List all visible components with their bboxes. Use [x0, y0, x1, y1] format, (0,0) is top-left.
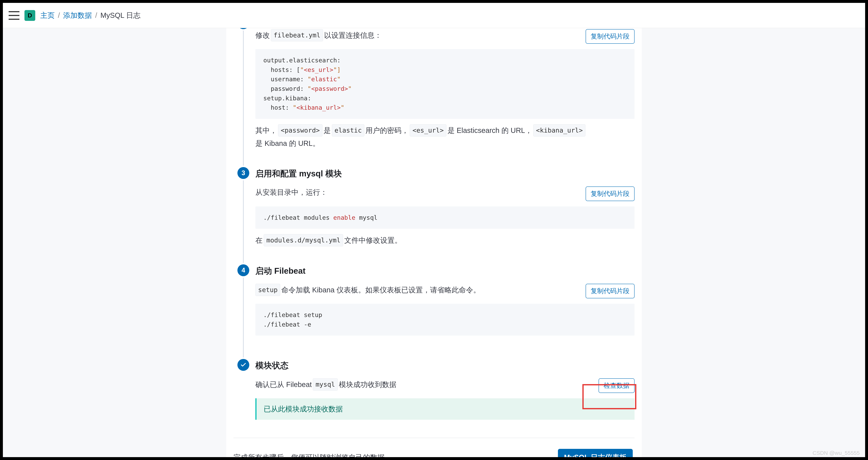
watermark: CSDN @wu_55555	[813, 450, 860, 456]
step4-title: 启动 Filebeat	[255, 266, 634, 277]
code-block-config: output.elasticsearch: hosts: ["<es_url>"…	[255, 49, 634, 119]
success-banner: 已从此模块成功接收数据	[255, 398, 634, 420]
step2-intro: 修改 filebeat.yml 以设置连接信息：	[255, 29, 382, 41]
copy-snippet-button[interactable]: 复制代码片段	[586, 29, 634, 44]
breadcrumb-separator: /	[58, 11, 60, 20]
inline-code: <password>	[278, 124, 322, 136]
main-area: 2 修改 filebeat.yml 以设置连接信息： 复制代码片段	[3, 28, 865, 457]
menu-icon[interactable]	[9, 11, 20, 20]
step-number-badge: 2	[238, 28, 249, 29]
app-header: D 主页 / 添加数据 / MySQL 日志	[3, 3, 865, 28]
breadcrumb-separator: /	[95, 11, 97, 20]
step-2: 2 修改 filebeat.yml 以设置连接信息： 复制代码片段	[237, 28, 634, 167]
footer-row: 完成所有步骤后，您便可以随时浏览自己的数据。 MySQL 日志仪表板	[234, 449, 634, 457]
inline-code: <kibana_url>	[533, 124, 585, 136]
dashboard-button[interactable]: MySQL 日志仪表板	[558, 449, 633, 457]
check-data-button[interactable]: 检查数据	[598, 378, 634, 393]
copy-snippet-button[interactable]: 复制代码片段	[586, 186, 634, 201]
step-module-status: 模块状态 确认已从 Filebeat mysql 模块成功收到数据 检查数据	[237, 359, 634, 423]
step3-title: 启用和配置 mysql 模块	[255, 168, 634, 179]
status-title: 模块状态	[255, 360, 634, 371]
step2-explain: 其中， <password> 是 elastic 用户的密码， <es_url>…	[255, 124, 634, 149]
inline-code: filebeat.yml	[271, 29, 323, 41]
inline-code: <es_url>	[410, 124, 446, 136]
content-card: 2 修改 filebeat.yml 以设置连接信息： 复制代码片段	[226, 28, 642, 457]
step4-intro: setup 命令加载 Kibana 仪表板。如果仪表板已设置，请省略此命令。	[255, 284, 480, 296]
status-intro: 确认已从 Filebeat mysql 模块成功收到数据	[255, 378, 396, 391]
inline-code: setup	[255, 284, 280, 296]
breadcrumb-home[interactable]: 主页	[40, 10, 55, 20]
step-number-badge: 3	[238, 167, 249, 179]
inline-code: modules.d/mysql.yml	[264, 234, 343, 246]
breadcrumb: 主页 / 添加数据 / MySQL 日志	[40, 10, 141, 20]
inline-code: mysql	[313, 378, 338, 391]
breadcrumb-add-data[interactable]: 添加数据	[63, 10, 92, 20]
inline-code: elastic	[332, 124, 365, 136]
divider	[234, 438, 634, 438]
code-block-enable: ./filebeat modules enable mysql	[255, 207, 634, 229]
app-badge[interactable]: D	[25, 10, 35, 21]
step-number-badge: 4	[238, 264, 249, 276]
step-3: 3 启用和配置 mysql 模块 从安装目录中，运行： 复制代码片段 ./fil…	[237, 167, 634, 264]
step3-intro: 从安装目录中，运行：	[255, 186, 327, 198]
step-4: 4 启动 Filebeat setup 命令加载 Kibana 仪表板。如果仪表…	[237, 264, 634, 359]
copy-snippet-button[interactable]: 复制代码片段	[586, 284, 634, 298]
code-block-start: ./filebeat setup ./filebeat -e	[255, 304, 634, 336]
check-icon	[238, 359, 249, 371]
step3-explain: 在 modules.d/mysql.yml 文件中修改设置。	[255, 234, 634, 246]
breadcrumb-current: MySQL 日志	[100, 10, 141, 20]
footer-text: 完成所有步骤后，您便可以随时浏览自己的数据。	[234, 453, 392, 457]
